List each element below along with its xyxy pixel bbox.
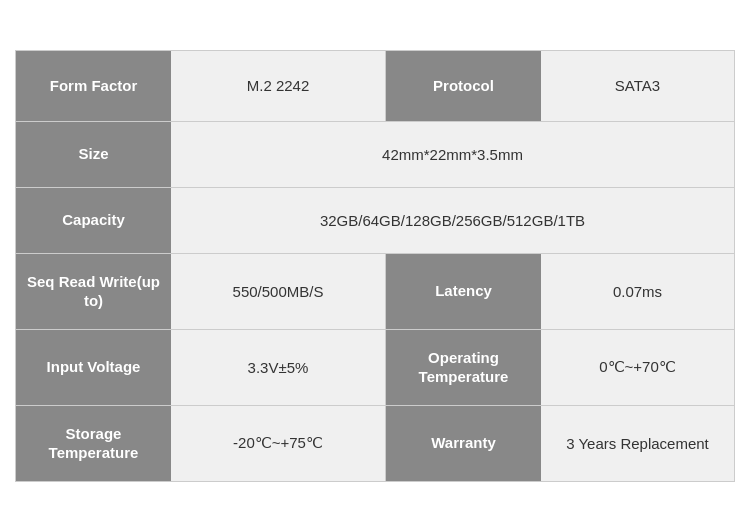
label-protocol: Protocol bbox=[386, 51, 541, 121]
label-warranty: Warranty bbox=[386, 406, 541, 481]
label-input-voltage: Input Voltage bbox=[16, 330, 171, 405]
value-storage-temp: -20℃~+75℃ bbox=[171, 406, 386, 481]
label-operating-temp: Operating Temperature bbox=[386, 330, 541, 405]
label-latency: Latency bbox=[386, 254, 541, 329]
row-form-factor-protocol: Form Factor M.2 2242 Protocol SATA3 bbox=[16, 51, 734, 122]
value-form-factor: M.2 2242 bbox=[171, 51, 386, 121]
label-capacity: Capacity bbox=[16, 188, 171, 253]
value-seq-read-write: 550/500MB/S bbox=[171, 254, 386, 329]
value-input-voltage: 3.3V±5% bbox=[171, 330, 386, 405]
value-latency: 0.07ms bbox=[541, 254, 734, 329]
value-capacity: 32GB/64GB/128GB/256GB/512GB/1TB bbox=[171, 188, 734, 253]
value-operating-temp: 0℃~+70℃ bbox=[541, 330, 734, 405]
row-storage-warranty: Storage Temperature -20℃~+75℃ Warranty 3… bbox=[16, 406, 734, 481]
row-size: Size 42mm*22mm*3.5mm bbox=[16, 122, 734, 188]
label-seq-read-write: Seq Read Write(up to) bbox=[16, 254, 171, 329]
row-seq-latency: Seq Read Write(up to) 550/500MB/S Latenc… bbox=[16, 254, 734, 330]
label-form-factor: Form Factor bbox=[16, 51, 171, 121]
row-capacity: Capacity 32GB/64GB/128GB/256GB/512GB/1TB bbox=[16, 188, 734, 254]
spec-table: Form Factor M.2 2242 Protocol SATA3 Size… bbox=[15, 50, 735, 482]
value-warranty: 3 Years Replacement bbox=[541, 406, 734, 481]
value-protocol: SATA3 bbox=[541, 51, 734, 121]
row-voltage-optemp: Input Voltage 3.3V±5% Operating Temperat… bbox=[16, 330, 734, 406]
value-size: 42mm*22mm*3.5mm bbox=[171, 122, 734, 187]
label-size: Size bbox=[16, 122, 171, 187]
label-storage-temp: Storage Temperature bbox=[16, 406, 171, 481]
